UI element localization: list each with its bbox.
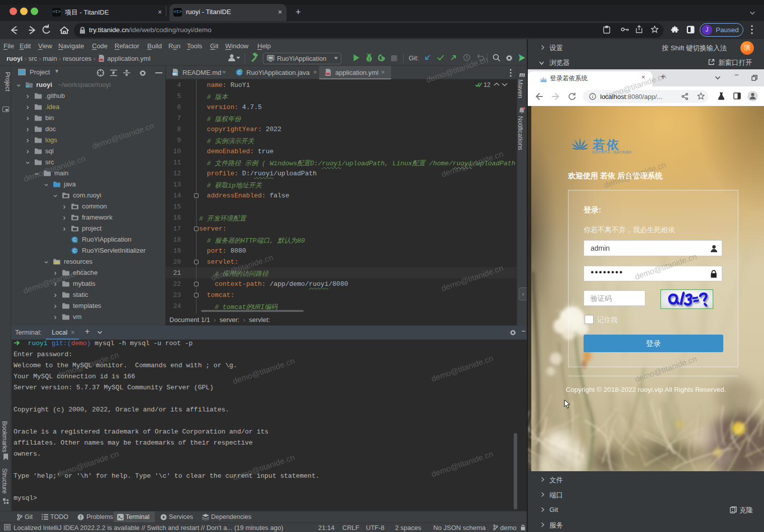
svg-text:YML: YML	[98, 58, 104, 61]
svg-text:YML: YML	[325, 72, 331, 75]
svg-text:C: C	[238, 70, 241, 75]
svg-text:C: C	[73, 248, 76, 253]
svg-text:MD: MD	[172, 72, 177, 75]
